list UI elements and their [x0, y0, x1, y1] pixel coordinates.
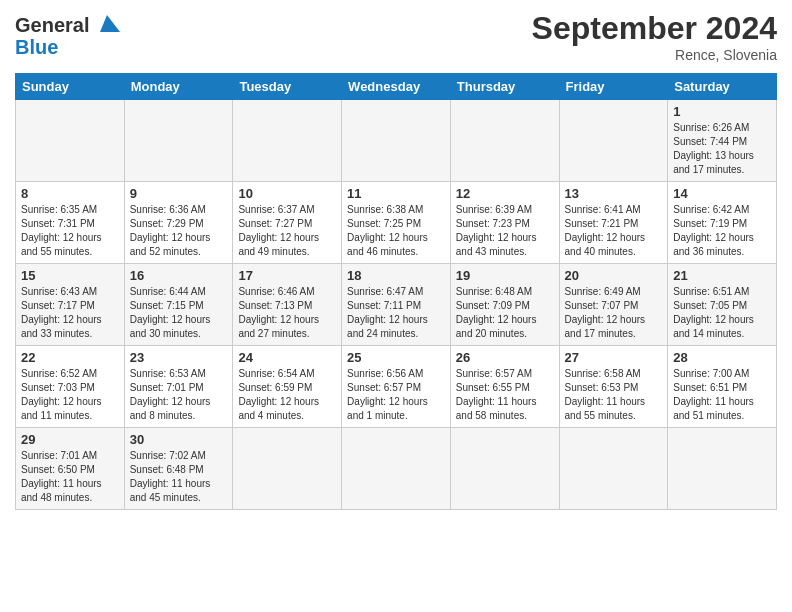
day-number: 14 — [673, 186, 771, 201]
day-number: 24 — [238, 350, 336, 365]
calendar-cell — [342, 100, 451, 182]
day-number: 12 — [456, 186, 554, 201]
day-number: 22 — [21, 350, 119, 365]
day-info: Sunrise: 6:35 AMSunset: 7:31 PMDaylight:… — [21, 203, 119, 259]
svg-text:Blue: Blue — [15, 36, 58, 58]
calendar-table: Sunday Monday Tuesday Wednesday Thursday… — [15, 73, 777, 510]
day-number: 18 — [347, 268, 445, 283]
day-info: Sunrise: 6:36 AMSunset: 7:29 PMDaylight:… — [130, 203, 228, 259]
day-number: 13 — [565, 186, 663, 201]
day-info: Sunrise: 6:44 AMSunset: 7:15 PMDaylight:… — [130, 285, 228, 341]
day-number: 28 — [673, 350, 771, 365]
col-saturday: Saturday — [668, 74, 777, 100]
calendar-cell — [450, 428, 559, 510]
day-info: Sunrise: 6:54 AMSunset: 6:59 PMDaylight:… — [238, 367, 336, 423]
day-number: 17 — [238, 268, 336, 283]
calendar-cell — [559, 428, 668, 510]
day-info: Sunrise: 6:41 AMSunset: 7:21 PMDaylight:… — [565, 203, 663, 259]
calendar-cell: 19Sunrise: 6:48 AMSunset: 7:09 PMDayligh… — [450, 264, 559, 346]
day-info: Sunrise: 6:38 AMSunset: 7:25 PMDaylight:… — [347, 203, 445, 259]
day-number: 30 — [130, 432, 228, 447]
logo-icon: General Blue — [15, 10, 125, 65]
calendar-cell: 13Sunrise: 6:41 AMSunset: 7:21 PMDayligh… — [559, 182, 668, 264]
svg-text:General: General — [15, 14, 89, 36]
col-wednesday: Wednesday — [342, 74, 451, 100]
day-info: Sunrise: 6:39 AMSunset: 7:23 PMDaylight:… — [456, 203, 554, 259]
day-info: Sunrise: 7:01 AMSunset: 6:50 PMDaylight:… — [21, 449, 119, 505]
col-monday: Monday — [124, 74, 233, 100]
day-info: Sunrise: 6:37 AMSunset: 7:27 PMDaylight:… — [238, 203, 336, 259]
calendar-cell: 14Sunrise: 6:42 AMSunset: 7:19 PMDayligh… — [668, 182, 777, 264]
page-header: General Blue September 2024 Rence, Slove… — [15, 10, 777, 65]
calendar-cell: 24Sunrise: 6:54 AMSunset: 6:59 PMDayligh… — [233, 346, 342, 428]
day-number: 29 — [21, 432, 119, 447]
calendar-cell — [668, 428, 777, 510]
day-number: 11 — [347, 186, 445, 201]
calendar-cell: 17Sunrise: 6:46 AMSunset: 7:13 PMDayligh… — [233, 264, 342, 346]
day-info: Sunrise: 6:51 AMSunset: 7:05 PMDaylight:… — [673, 285, 771, 341]
calendar-cell — [450, 100, 559, 182]
table-row: 1Sunrise: 6:26 AMSunset: 7:44 PMDaylight… — [16, 100, 777, 182]
day-number: 20 — [565, 268, 663, 283]
day-number: 19 — [456, 268, 554, 283]
calendar-cell — [16, 100, 125, 182]
calendar-cell: 30Sunrise: 7:02 AMSunset: 6:48 PMDayligh… — [124, 428, 233, 510]
day-number: 16 — [130, 268, 228, 283]
calendar-cell — [124, 100, 233, 182]
day-number: 1 — [673, 104, 771, 119]
day-number: 26 — [456, 350, 554, 365]
table-row: 8Sunrise: 6:35 AMSunset: 7:31 PMDaylight… — [16, 182, 777, 264]
day-number: 25 — [347, 350, 445, 365]
calendar-cell: 12Sunrise: 6:39 AMSunset: 7:23 PMDayligh… — [450, 182, 559, 264]
day-number: 15 — [21, 268, 119, 283]
table-row: 29Sunrise: 7:01 AMSunset: 6:50 PMDayligh… — [16, 428, 777, 510]
calendar-cell — [559, 100, 668, 182]
calendar-cell: 22Sunrise: 6:52 AMSunset: 7:03 PMDayligh… — [16, 346, 125, 428]
day-number: 9 — [130, 186, 228, 201]
day-info: Sunrise: 6:26 AMSunset: 7:44 PMDaylight:… — [673, 121, 771, 177]
day-number: 27 — [565, 350, 663, 365]
day-info: Sunrise: 6:47 AMSunset: 7:11 PMDaylight:… — [347, 285, 445, 341]
calendar-cell: 26Sunrise: 6:57 AMSunset: 6:55 PMDayligh… — [450, 346, 559, 428]
day-info: Sunrise: 7:02 AMSunset: 6:48 PMDaylight:… — [130, 449, 228, 505]
day-info: Sunrise: 6:57 AMSunset: 6:55 PMDaylight:… — [456, 367, 554, 423]
calendar-cell: 11Sunrise: 6:38 AMSunset: 7:25 PMDayligh… — [342, 182, 451, 264]
day-info: Sunrise: 6:43 AMSunset: 7:17 PMDaylight:… — [21, 285, 119, 341]
month-title: September 2024 — [532, 10, 777, 47]
day-info: Sunrise: 6:48 AMSunset: 7:09 PMDaylight:… — [456, 285, 554, 341]
col-sunday: Sunday — [16, 74, 125, 100]
col-tuesday: Tuesday — [233, 74, 342, 100]
header-row: Sunday Monday Tuesday Wednesday Thursday… — [16, 74, 777, 100]
calendar-cell: 18Sunrise: 6:47 AMSunset: 7:11 PMDayligh… — [342, 264, 451, 346]
day-info: Sunrise: 6:53 AMSunset: 7:01 PMDaylight:… — [130, 367, 228, 423]
calendar-cell: 20Sunrise: 6:49 AMSunset: 7:07 PMDayligh… — [559, 264, 668, 346]
calendar-cell: 16Sunrise: 6:44 AMSunset: 7:15 PMDayligh… — [124, 264, 233, 346]
calendar-cell: 8Sunrise: 6:35 AMSunset: 7:31 PMDaylight… — [16, 182, 125, 264]
day-number: 23 — [130, 350, 228, 365]
calendar-cell: 25Sunrise: 6:56 AMSunset: 6:57 PMDayligh… — [342, 346, 451, 428]
calendar-cell: 23Sunrise: 6:53 AMSunset: 7:01 PMDayligh… — [124, 346, 233, 428]
day-number: 10 — [238, 186, 336, 201]
calendar-cell — [233, 428, 342, 510]
title-block: September 2024 Rence, Slovenia — [532, 10, 777, 63]
calendar-cell: 28Sunrise: 7:00 AMSunset: 6:51 PMDayligh… — [668, 346, 777, 428]
day-info: Sunrise: 6:56 AMSunset: 6:57 PMDaylight:… — [347, 367, 445, 423]
location: Rence, Slovenia — [532, 47, 777, 63]
table-row: 15Sunrise: 6:43 AMSunset: 7:17 PMDayligh… — [16, 264, 777, 346]
col-friday: Friday — [559, 74, 668, 100]
day-info: Sunrise: 7:00 AMSunset: 6:51 PMDaylight:… — [673, 367, 771, 423]
day-info: Sunrise: 6:46 AMSunset: 7:13 PMDaylight:… — [238, 285, 336, 341]
day-info: Sunrise: 6:52 AMSunset: 7:03 PMDaylight:… — [21, 367, 119, 423]
day-info: Sunrise: 6:42 AMSunset: 7:19 PMDaylight:… — [673, 203, 771, 259]
day-info: Sunrise: 6:58 AMSunset: 6:53 PMDaylight:… — [565, 367, 663, 423]
logo: General Blue — [15, 10, 125, 65]
calendar-cell: 21Sunrise: 6:51 AMSunset: 7:05 PMDayligh… — [668, 264, 777, 346]
day-info: Sunrise: 6:49 AMSunset: 7:07 PMDaylight:… — [565, 285, 663, 341]
calendar-cell — [233, 100, 342, 182]
calendar-cell: 1Sunrise: 6:26 AMSunset: 7:44 PMDaylight… — [668, 100, 777, 182]
day-number: 8 — [21, 186, 119, 201]
calendar-cell: 29Sunrise: 7:01 AMSunset: 6:50 PMDayligh… — [16, 428, 125, 510]
page-container: General Blue September 2024 Rence, Slove… — [0, 0, 792, 520]
calendar-cell: 15Sunrise: 6:43 AMSunset: 7:17 PMDayligh… — [16, 264, 125, 346]
calendar-cell: 9Sunrise: 6:36 AMSunset: 7:29 PMDaylight… — [124, 182, 233, 264]
